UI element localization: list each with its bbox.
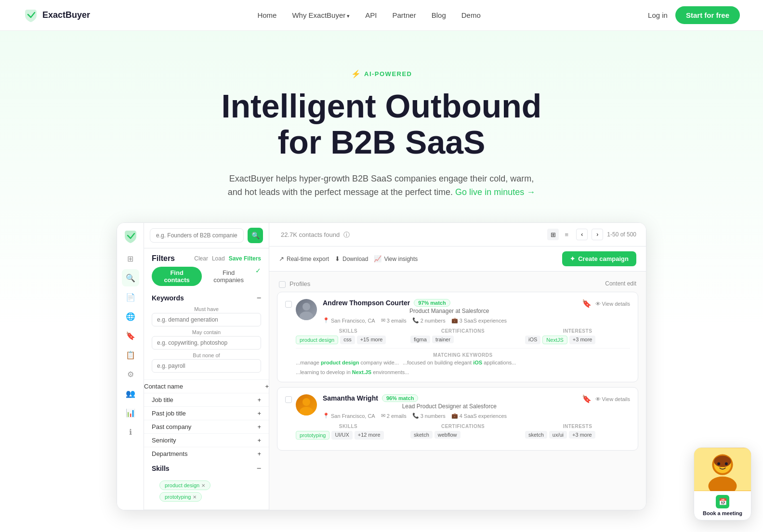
sidebar-info-icon[interactable]: ℹ [122,423,139,441]
download-button[interactable]: ⬇ Download [335,253,368,264]
tab-find-companies[interactable]: Find companies [202,267,255,286]
content-edit-button[interactable]: Content edit [605,280,636,287]
filter-past-job-title[interactable]: Past job title + [144,407,269,420]
create-campaign-button[interactable]: ✦ Create campaign [562,251,636,266]
nav-demo[interactable]: Demo [461,11,481,19]
andrew-location: 📍 San Francisco, CA [323,317,375,324]
samantha-avatar [296,394,317,415]
sidebar-bookmark-icon[interactable]: 🔖 [122,327,139,344]
insights-button[interactable]: 📈 View insights [374,253,418,264]
nav-blog[interactable]: Blog [432,11,446,19]
filter-seniority[interactable]: Seniority + [144,434,269,447]
may-contain-row: May contain [152,329,261,350]
samantha-saas: 💼 4 SaaS experiences [451,413,507,419]
sidebar-settings-icon[interactable]: ⚙ [122,365,139,383]
may-contain-input[interactable] [152,336,261,350]
keywords-title: Keywords [152,294,184,302]
must-have-input[interactable] [152,313,261,326]
app-sidebar: ⊞ 🔍 📄 🌐 🔖 📋 ⚙ 👥 📊 ℹ [117,223,144,510]
but-none-row: But none of [152,352,261,373]
cert-figma: figma [410,336,430,343]
nav-why[interactable]: Why ExactBuyer [292,11,350,19]
samantha-emails: ✉ 2 emails [381,413,407,419]
samantha-view-details[interactable]: 👁 View details [595,396,631,402]
next-page-button[interactable]: › [592,229,603,240]
samantha-location: 📍 San Francisco, CA [323,413,375,419]
samantha-details: Skills prototyping UI/UX +12 more Certif… [296,424,630,440]
results-panel: 22.7K contacts found ⓘ ⊞ ≡ ‹ › 1-50 of 5… [269,223,646,510]
andrew-info: Andrew Thompson Courter 97% match Produc… [323,299,576,324]
samantha-header: Samantha Wright 96% match Lead Product D… [296,394,630,419]
chat-text[interactable]: Book a meeting [698,510,747,516]
select-samantha-checkbox[interactable] [285,396,292,403]
contact-card-andrew: Andrew Thompson Courter 97% match Produc… [277,292,638,382]
samantha-cert-0: sketch [410,431,433,439]
go-live-link[interactable]: Go live in minutes → [455,187,535,197]
andrew-emails: ✉ 3 emails [381,317,407,324]
hero-subtext: ExactBuyer helps hyper-growth B2B SaaS c… [227,172,536,200]
skills-title: Skills [152,465,170,472]
remove-skill-prototyping[interactable]: ✕ [193,494,197,500]
export-button[interactable]: ↗ Real-time export [279,253,329,264]
prev-page-button[interactable]: ‹ [576,229,588,240]
skill-tag-prototyping[interactable]: prototyping ✕ [159,492,202,502]
check-icon: ✓ [255,267,261,286]
save-filters[interactable]: Save Filters [229,255,261,262]
load-filters[interactable]: Load [212,255,225,262]
list-view-icon[interactable]: ≡ [561,229,572,240]
hero-headline: Intelligent Outbound for B2B SaaS [189,88,574,160]
chat-widget[interactable]: 📅 Book a meeting [694,447,751,520]
tab-find-contacts[interactable]: Find contacts [152,267,202,286]
search-button[interactable]: 🔍 [248,228,263,243]
filter-contact-name[interactable]: Contact name + [144,380,269,393]
skill-tag-product-design[interactable]: product design ✕ [159,480,210,490]
filter-past-company[interactable]: Past company + [144,420,269,434]
grid-view-icon[interactable]: ⊞ [547,229,559,240]
samantha-bookmark-icon[interactable]: 🔖 [582,394,592,403]
sidebar-globe-icon[interactable]: 🌐 [122,308,139,325]
skill-css: css [340,336,355,344]
nav-home[interactable]: Home [257,11,276,19]
select-all-checkbox[interactable] [279,281,286,288]
svg-point-0 [303,303,310,311]
andrew-snippets: ...manage product design company wide...… [296,360,630,375]
clear-filters[interactable]: Clear [194,255,208,262]
nav-api[interactable]: API [365,11,377,19]
sidebar-search-icon[interactable]: 🔍 [122,269,139,286]
skills-minus[interactable]: − [257,464,261,473]
login-link[interactable]: Log in [648,11,668,19]
keywords-minus[interactable]: − [257,294,261,302]
samantha-skill-tags: prototyping UI/UX +12 more [296,431,401,440]
select-andrew-checkbox[interactable] [285,301,292,308]
contact-card-samantha: Samantha Wright 96% match Lead Product D… [277,387,638,451]
svg-point-10 [725,462,728,465]
calendar-icon: 📅 [716,495,729,508]
samantha-interest-2: +3 more [569,431,595,439]
samantha-skill-2: +12 more [355,431,384,440]
profiles-label: Profiles [289,280,310,287]
sidebar-doc2-icon[interactable]: 📋 [122,346,139,363]
sidebar-doc-icon[interactable]: 📄 [122,288,139,306]
filter-departments[interactable]: Departments + [144,447,269,460]
andrew-match: 97% match [414,299,450,307]
hero-section: ⚡ AI-POWERED Intelligent Outbound for B2… [0,31,763,530]
sidebar-grid-icon[interactable]: ⊞ [122,250,139,267]
remove-skill-product-design[interactable]: ✕ [201,483,205,488]
search-input[interactable] [150,228,244,243]
andrew-bookmark-icon[interactable]: 🔖 [582,299,592,308]
samantha-match: 96% match [382,394,418,402]
start-for-free-button[interactable]: Start for free [675,6,740,24]
nav-right: Log in Start for free [648,6,740,24]
nav-partner[interactable]: Partner [393,11,416,19]
andrew-view-details[interactable]: 👁 Content edit View details [595,301,631,307]
samantha-numbers: 📞 3 numbers [412,413,446,419]
sidebar-users-icon[interactable]: 👥 [122,385,139,402]
filter-job-title[interactable]: Job title + [144,393,269,407]
sidebar-chart-icon[interactable]: 📊 [122,404,139,421]
results-header: 22.7K contacts found ⓘ ⊞ ≡ ‹ › 1-50 of 5… [269,223,646,247]
chat-body: 📅 Book a meeting [694,491,751,520]
logo[interactable]: ExactBuyer [23,8,90,23]
cert-trainer: trainer [432,336,454,343]
andrew-numbers: 📞 2 numbers [412,317,446,324]
but-none-input[interactable] [152,359,261,373]
